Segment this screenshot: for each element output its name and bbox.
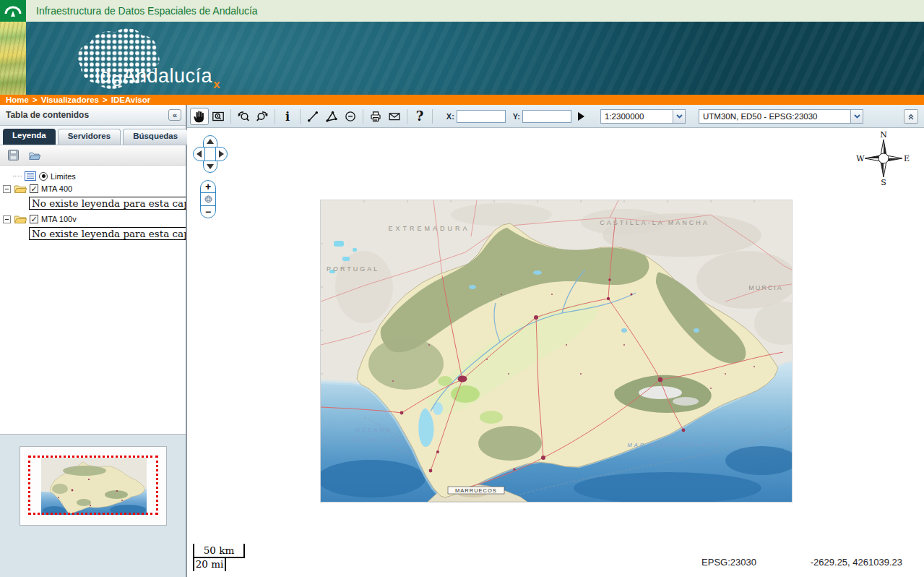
zoom-box-button[interactable] bbox=[209, 108, 228, 125]
tab-servidores[interactable]: Servidores bbox=[58, 129, 121, 145]
measure-clear-button[interactable] bbox=[341, 108, 360, 125]
pan-control bbox=[193, 135, 228, 173]
map-viewport[interactable]: + − bbox=[187, 128, 924, 577]
overview-map-panel bbox=[20, 446, 167, 526]
compass-n-label: N bbox=[880, 131, 887, 140]
base-layer-radio[interactable] bbox=[39, 172, 48, 181]
banner: ideAndalucíax bbox=[0, 22, 924, 95]
clear-measure-icon bbox=[343, 109, 358, 124]
chevron-down-icon[interactable] bbox=[850, 110, 863, 123]
layer-checkbox-mta100v[interactable]: ✓ bbox=[30, 215, 38, 223]
zoom-next-button[interactable] bbox=[253, 108, 272, 125]
legend-note-mta100v: No existe leyenda para esta capa bbox=[29, 227, 186, 240]
email-button[interactable] bbox=[385, 108, 404, 125]
tab-leyenda[interactable]: Leyenda bbox=[3, 129, 56, 145]
scale-select[interactable]: 1:2300000 bbox=[600, 109, 686, 124]
ideandalucia-logo: ideAndalucíax bbox=[61, 27, 249, 93]
scale-value: 1:2300000 bbox=[601, 110, 673, 123]
banner-teal: ideAndalucíax bbox=[26, 22, 924, 95]
zoom-previous-icon bbox=[236, 109, 251, 124]
collapse-node-icon[interactable] bbox=[3, 215, 11, 223]
layer-checkbox-mta400[interactable]: ✓ bbox=[30, 184, 38, 193]
info-button[interactable]: i bbox=[278, 108, 297, 125]
map-label-extremadura: EXTREMADURA bbox=[388, 225, 470, 232]
pan-down-button[interactable] bbox=[203, 161, 217, 173]
help-icon: ? bbox=[413, 109, 427, 124]
map-label-atlantico: ATLANTICO bbox=[350, 437, 401, 443]
extent-rectangle[interactable] bbox=[28, 456, 158, 515]
base-layer-label: Limites bbox=[51, 172, 76, 181]
breadcrumb-separator: > bbox=[33, 95, 38, 104]
zoom-previous-button[interactable] bbox=[234, 108, 253, 125]
pan-left-button[interactable] bbox=[193, 147, 205, 161]
arrow-right-icon bbox=[219, 150, 224, 158]
play-icon bbox=[578, 112, 584, 121]
wordmark-x: x bbox=[213, 77, 220, 92]
x-input[interactable] bbox=[457, 110, 506, 123]
compass-w-label: W bbox=[856, 154, 865, 163]
arrow-up-icon bbox=[207, 139, 214, 144]
print-button[interactable] bbox=[366, 108, 385, 125]
main-area: i bbox=[187, 105, 924, 577]
tree-item-mta400[interactable]: ✓ MTA 400 bbox=[3, 184, 186, 194]
toc-panel-header: Tabla de contenidos « bbox=[0, 105, 186, 126]
pan-up-button[interactable] bbox=[203, 135, 217, 148]
measure-area-icon bbox=[324, 109, 339, 124]
zoom-next-icon bbox=[255, 109, 269, 124]
zoom-in-button[interactable]: + bbox=[201, 181, 215, 192]
compass-s-label: S bbox=[881, 178, 886, 186]
sidebar-collapse-button[interactable]: « bbox=[168, 109, 181, 121]
tree-item-mta100v[interactable]: ✓ MTA 100v bbox=[3, 214, 186, 224]
scale-mi: 20 mi bbox=[193, 558, 226, 571]
scale-km: 50 km bbox=[193, 544, 245, 558]
breadcrumb-visualizadores[interactable]: Visualizadores bbox=[41, 95, 99, 104]
map-texture-strip bbox=[0, 22, 26, 95]
breadcrumb-home[interactable]: Home bbox=[6, 95, 29, 104]
layer-label-mta100v: MTA 100v bbox=[41, 215, 77, 223]
toolbar-separator bbox=[230, 109, 231, 124]
y-label: Y: bbox=[513, 112, 520, 121]
tab-busquedas[interactable]: Búsquedas bbox=[123, 129, 188, 145]
measure-area-button[interactable] bbox=[322, 108, 341, 125]
zoom-out-button[interactable]: − bbox=[201, 205, 215, 218]
zoom-world-button[interactable] bbox=[201, 192, 215, 205]
sidebar-tabs: Leyenda Servidores Búsquedas bbox=[0, 126, 186, 145]
open-context-button[interactable] bbox=[27, 149, 42, 162]
breadcrumb: Home > Visualizadores > IDEAvisor bbox=[0, 95, 924, 105]
chevron-down-icon[interactable] bbox=[673, 110, 685, 123]
print-icon bbox=[368, 109, 383, 124]
map-canvas[interactable]: MARRUECOS EXTREMADURA CASTILLA-LA MANCHA… bbox=[321, 200, 792, 502]
map-label-mediterraneo: MAR MEDITERRANEO bbox=[627, 442, 719, 448]
y-input[interactable] bbox=[522, 110, 571, 123]
measure-line-icon bbox=[306, 109, 320, 124]
help-button[interactable]: ? bbox=[410, 108, 429, 125]
measure-line-button[interactable] bbox=[303, 108, 322, 125]
go-to-coordinate-button[interactable] bbox=[574, 109, 587, 124]
toolbar-collapse-button[interactable] bbox=[904, 109, 918, 124]
junta-andalucia-logo-icon bbox=[0, 0, 26, 22]
sidebar: Tabla de contenidos « Leyenda Servidores… bbox=[0, 105, 187, 577]
info-icon: i bbox=[280, 109, 295, 124]
zoom-control: + − bbox=[200, 180, 216, 218]
toolbar-separator bbox=[432, 109, 433, 124]
status-epsg: EPSG:23030 bbox=[701, 557, 756, 568]
pan-right-button[interactable] bbox=[215, 147, 228, 161]
pan-hand-button[interactable] bbox=[190, 108, 209, 125]
hand-icon bbox=[192, 109, 207, 124]
open-folder-icon bbox=[28, 150, 41, 161]
double-chevron-up-icon bbox=[906, 111, 916, 121]
arrow-down-icon bbox=[207, 164, 214, 169]
map-toolbar: i bbox=[187, 105, 924, 128]
toolbar-separator bbox=[275, 109, 275, 124]
save-context-button[interactable] bbox=[6, 149, 20, 162]
map-label-marruecos: MARRUECOS bbox=[455, 487, 497, 494]
collapse-node-icon[interactable] bbox=[3, 185, 11, 193]
scale-bar: 50 km 20 mi bbox=[193, 544, 245, 571]
tree-item-limites[interactable]: Limites bbox=[13, 171, 186, 181]
x-label: X: bbox=[446, 112, 454, 121]
base-layer-icon bbox=[25, 171, 36, 181]
layer-tree: Limites ✓ MTA 400 No existe leyenda para… bbox=[0, 166, 186, 435]
wordmark-id: id bbox=[95, 65, 111, 87]
globe-icon bbox=[204, 195, 213, 204]
projection-select[interactable]: UTM30N, ED50 - EPSG:23030 bbox=[699, 109, 863, 124]
